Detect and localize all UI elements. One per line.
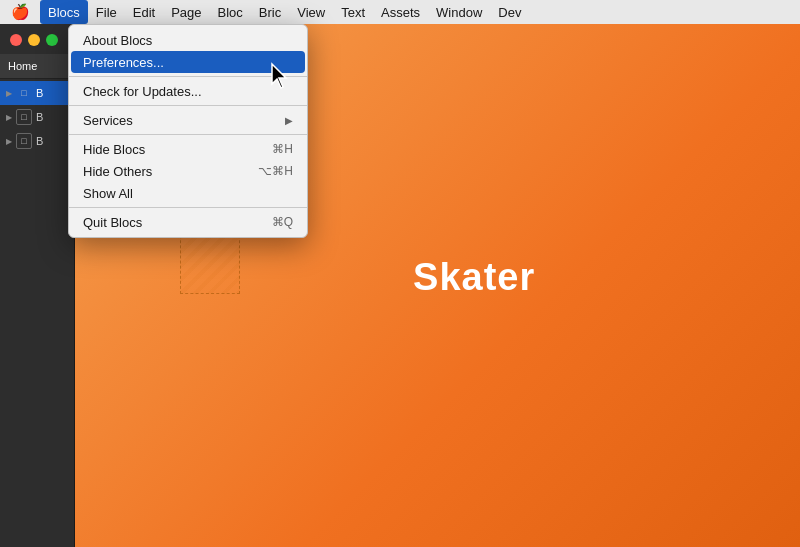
row-expand-icon: ▶ [6, 89, 12, 98]
menubar-file[interactable]: File [88, 0, 125, 24]
menu-item-check-updates[interactable]: Check for Updates... [69, 80, 307, 102]
menu-divider-2 [69, 105, 307, 106]
menubar-view[interactable]: View [289, 0, 333, 24]
menu-divider-4 [69, 207, 307, 208]
hide-others-shortcut: ⌥⌘H [258, 164, 293, 178]
row-icon-1: □ [16, 85, 32, 101]
row-label-3: B [36, 135, 43, 147]
menubar-bric[interactable]: Bric [251, 0, 289, 24]
traffic-light-minimize[interactable] [28, 34, 40, 46]
row-expand-icon-3: ▶ [6, 137, 12, 146]
sidebar-home-tab[interactable]: Home [0, 54, 74, 79]
menubar-assets[interactable]: Assets [373, 0, 428, 24]
menu-item-preferences[interactable]: Preferences... [71, 51, 305, 73]
menu-item-hide-blocs[interactable]: Hide Blocs ⌘H [69, 138, 307, 160]
menubar-blocs[interactable]: Blocs [40, 0, 88, 24]
quit-blocs-shortcut: ⌘Q [272, 215, 293, 229]
blocs-dropdown-menu: About Blocs Preferences... Check for Upd… [68, 24, 308, 238]
menu-item-about[interactable]: About Blocs [69, 29, 307, 51]
menubar-dev[interactable]: Dev [490, 0, 529, 24]
row-icon-3: □ [16, 133, 32, 149]
hide-blocs-shortcut: ⌘H [272, 142, 293, 156]
row-label-2: B [36, 111, 43, 123]
menubar-text[interactable]: Text [333, 0, 373, 24]
row-expand-icon-2: ▶ [6, 113, 12, 122]
services-arrow-icon: ▶ [285, 115, 293, 126]
menu-item-services[interactable]: Services ▶ [69, 109, 307, 131]
menubar-edit[interactable]: Edit [125, 0, 163, 24]
sidebar-row-2[interactable]: ▶ □ B [0, 105, 74, 129]
menu-item-quit-blocs[interactable]: Quit Blocs ⌘Q [69, 211, 307, 233]
menubar-window[interactable]: Window [428, 0, 490, 24]
menubar-bloc[interactable]: Bloc [210, 0, 251, 24]
menubar-page[interactable]: Page [163, 0, 209, 24]
apple-menu-icon[interactable]: 🍎 [0, 3, 40, 21]
menu-divider-3 [69, 134, 307, 135]
row-label-1: B [36, 87, 43, 99]
left-sidebar: Home ▶ □ B ▶ □ B ▶ □ B [0, 24, 75, 547]
menu-divider-1 [69, 76, 307, 77]
sidebar-row-3[interactable]: ▶ □ B [0, 129, 74, 153]
row-icon-2: □ [16, 109, 32, 125]
traffic-light-fullscreen[interactable] [46, 34, 58, 46]
canvas-page-title: Skater [413, 255, 535, 298]
sidebar-row-1[interactable]: ▶ □ B [0, 81, 74, 105]
traffic-light-close[interactable] [10, 34, 22, 46]
menu-item-show-all[interactable]: Show All [69, 182, 307, 204]
menu-item-hide-others[interactable]: Hide Others ⌥⌘H [69, 160, 307, 182]
menubar: 🍎 Blocs File Edit Page Bloc Bric View Te… [0, 0, 800, 24]
